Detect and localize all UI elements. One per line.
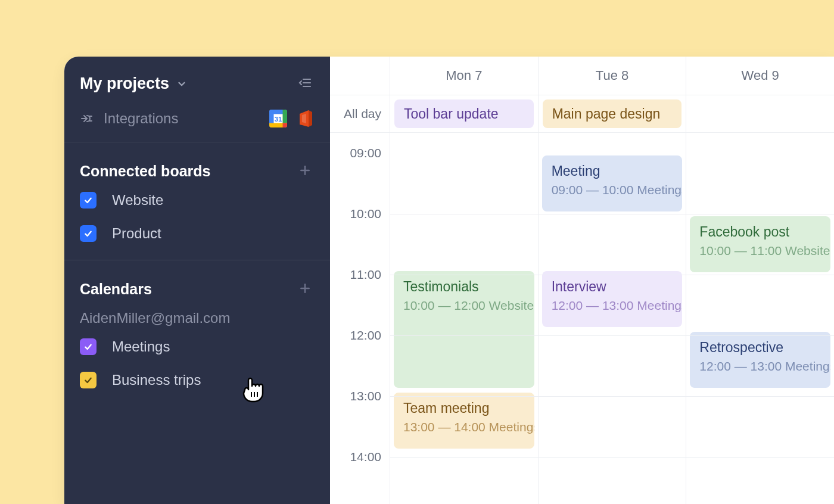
plus-icon: [299, 164, 311, 176]
day-column[interactable]: Testimonials10:00 — 12:00 WebsiteTeam me…: [390, 133, 538, 504]
event-title: Team meeting: [403, 400, 525, 417]
hour-line: [390, 457, 834, 458]
calendar-event[interactable]: Meeting09:00 — 10:00 Meetings: [542, 155, 683, 211]
sidebar: My projects: [64, 57, 330, 504]
svg-marker-14: [302, 114, 306, 123]
calendar-account[interactable]: AidenMiller@gmail.com: [64, 310, 330, 338]
plug-icon: [80, 111, 94, 126]
event-title: Facebook post: [699, 223, 821, 241]
sidebar-title: My projects: [80, 74, 169, 93]
collapse-sidebar-button[interactable]: [298, 76, 312, 92]
time-label: 13:00: [350, 389, 381, 403]
calendar-event[interactable]: Facebook post10:00 — 11:00 Website: [690, 216, 830, 272]
calendar-item[interactable]: Business trips: [80, 372, 315, 388]
all-day-cell[interactable]: [686, 95, 834, 132]
event-subtitle: 09:00 — 10:00 Meetings: [552, 182, 673, 198]
time-label: 11:00: [350, 267, 381, 282]
event-title: Interview: [552, 278, 673, 295]
project-selector[interactable]: My projects: [80, 74, 187, 93]
time-gutter: [330, 57, 390, 95]
days-grid: Testimonials10:00 — 12:00 WebsiteTeam me…: [390, 133, 834, 504]
checkbox[interactable]: [80, 372, 97, 388]
calendar: Mon 7 Tue 8 Wed 9 All day Tool bar updat…: [330, 57, 834, 504]
board-item-label: Product: [112, 225, 161, 242]
add-board-button[interactable]: [299, 164, 311, 179]
event-title: Main page design: [552, 105, 661, 123]
event-subtitle: 10:00 — 12:00 Website: [403, 298, 525, 313]
day-header: Mon 7: [390, 57, 538, 95]
integrations-logos: 31: [269, 110, 312, 127]
calendars-title: Calendars: [80, 281, 152, 298]
boards-list: WebsiteProduct: [64, 192, 330, 260]
day-header: Wed 9: [686, 57, 834, 95]
hour-line: [390, 335, 834, 336]
all-day-event[interactable]: Tool bar update: [394, 99, 534, 128]
all-day-event[interactable]: Main page design: [543, 99, 682, 128]
event-subtitle: 12:00 — 13:00 Meetings: [552, 298, 673, 313]
svg-text:31: 31: [275, 116, 282, 123]
day-column[interactable]: Meeting09:00 — 10:00 MeetingsInterview12…: [538, 133, 686, 504]
svg-marker-13: [309, 110, 312, 127]
hour-line: [390, 275, 834, 275]
hour-line: [390, 396, 834, 397]
calendar-header-row: Mon 7 Tue 8 Wed 9: [330, 57, 834, 95]
calendar-item[interactable]: Meetings: [80, 338, 315, 355]
calendar-event[interactable]: Testimonials10:00 — 12:00 Website: [394, 271, 534, 388]
event-title: Testimonials: [403, 278, 525, 295]
calendars-list: MeetingsBusiness trips: [64, 338, 330, 406]
chevron-down-icon: [176, 79, 187, 89]
checkbox[interactable]: [80, 192, 97, 209]
hour-line: [390, 214, 834, 214]
time-column: 09:0010:0011:0012:0013:0014:00: [330, 133, 390, 504]
day-header: Tue 8: [538, 57, 686, 95]
connected-boards-title: Connected boards: [80, 163, 210, 180]
checkbox[interactable]: [80, 225, 97, 242]
calendars-header: Calendars: [64, 260, 330, 310]
integrations-left: Integrations: [80, 110, 178, 127]
board-item-label: Website: [112, 192, 163, 209]
integrations-label: Integrations: [104, 110, 178, 127]
connected-boards-header: Connected boards: [64, 142, 330, 192]
event-title: Tool bar update: [404, 105, 499, 123]
calendar-item-label: Meetings: [112, 338, 170, 355]
calendar-item-label: Business trips: [112, 372, 201, 388]
board-item[interactable]: Website: [80, 192, 315, 209]
google-calendar-icon[interactable]: 31: [269, 110, 287, 127]
board-item[interactable]: Product: [80, 225, 315, 242]
event-subtitle: 10:00 — 11:00 Website: [699, 243, 821, 259]
app-window: My projects: [64, 57, 834, 504]
checkbox[interactable]: [80, 338, 97, 355]
all-day-row: All day Tool bar update Main page design: [330, 95, 834, 133]
time-label: 12:00: [350, 328, 381, 343]
sidebar-header: My projects: [64, 74, 330, 101]
collapse-icon: [298, 76, 312, 90]
time-label: 10:00: [350, 207, 381, 221]
all-day-label: All day: [330, 95, 390, 132]
event-subtitle: 13:00 — 14:00 Meetings: [403, 419, 525, 435]
event-title: Retrospective: [699, 339, 821, 356]
add-calendar-button[interactable]: [299, 282, 311, 297]
plus-icon: [299, 282, 311, 294]
calendar-grid: 09:0010:0011:0012:0013:0014:00 Testimoni…: [330, 133, 834, 504]
integrations-row[interactable]: Integrations 31: [64, 101, 330, 142]
event-subtitle: 12:00 — 13:00 Meetings: [699, 359, 821, 374]
all-day-cell[interactable]: Tool bar update: [390, 95, 538, 132]
event-title: Meeting: [552, 163, 673, 180]
office-icon[interactable]: [298, 110, 312, 127]
svg-rect-10: [283, 123, 288, 128]
day-column[interactable]: Facebook post10:00 — 11:00 WebsiteRetros…: [686, 133, 834, 504]
all-day-cell[interactable]: Main page design: [538, 95, 686, 132]
time-label: 14:00: [350, 450, 381, 464]
calendar-event[interactable]: Team meeting13:00 — 14:00 Meetings: [394, 393, 534, 449]
calendar-event[interactable]: Interview12:00 — 13:00 Meetings: [542, 271, 683, 327]
time-label: 09:00: [350, 146, 381, 160]
calendar-event[interactable]: Retrospective12:00 — 13:00 Meetings: [690, 332, 830, 388]
